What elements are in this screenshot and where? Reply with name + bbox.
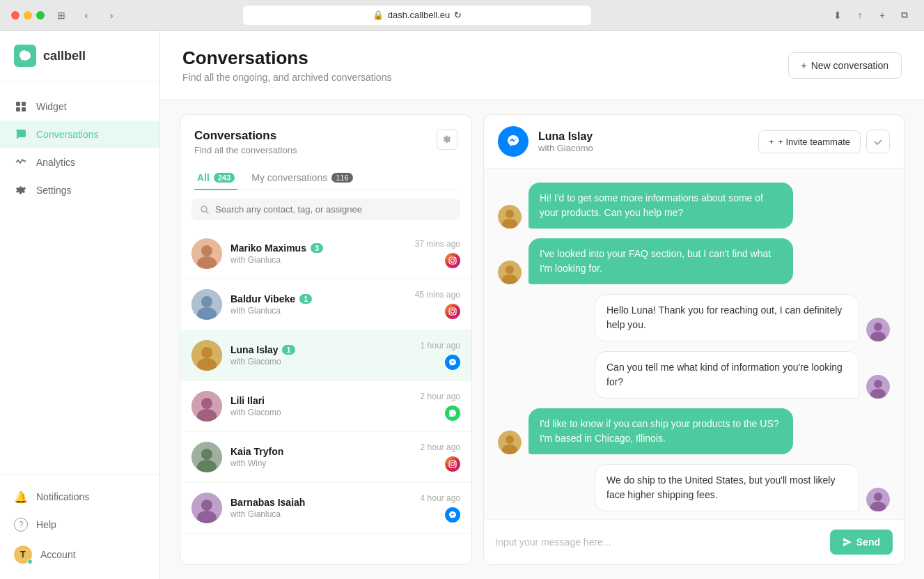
conv-panel-tabs: All 243 My conversations 116 <box>194 167 457 190</box>
svg-point-27 <box>451 463 455 466</box>
share-icon[interactable]: ↑ <box>852 7 868 24</box>
conv-info: Baldur Vibeke 1 with Gianluca <box>230 293 407 316</box>
message-bubble: I've looked into your FAQ section, but I… <box>528 238 793 284</box>
url-text: dash.callbell.eu <box>388 10 451 20</box>
contact-name: Baldur Vibeke <box>230 293 295 304</box>
conv-time: 2 hour ago <box>421 392 460 401</box>
minimize-button[interactable] <box>24 11 32 20</box>
chat-contact-name: Luna Islay <box>538 130 749 143</box>
unread-badge: 3 <box>311 243 323 253</box>
sidebar-item-label-help: Help <box>36 519 56 530</box>
widget-icon <box>14 100 28 114</box>
svg-point-12 <box>201 296 212 307</box>
sidebar-item-help[interactable]: ? Help <box>0 511 159 539</box>
new-conversation-button[interactable]: + New conversation <box>788 52 902 79</box>
message-bubble: I'd like to know if you can ship your pr… <box>528 408 793 454</box>
sidebar-item-account[interactable]: T Account <box>0 539 159 571</box>
whatsapp-icon <box>445 406 460 421</box>
conv-meta: 45 mins ago <box>415 290 460 319</box>
message-bubble: Can you tell me what kind of information… <box>595 351 859 399</box>
conv-info: Luna Islay 1 with Giacomo <box>230 344 412 366</box>
lock-icon: 🔒 <box>373 10 384 20</box>
sidebar-item-settings[interactable]: Settings <box>0 176 159 204</box>
settings-gear-button[interactable] <box>437 129 457 150</box>
assignee-label: with Winy <box>230 458 412 468</box>
app: callbell Widget Conversations Analytics <box>0 0 924 579</box>
maximize-button[interactable] <box>36 11 45 20</box>
sidebar-item-notifications[interactable]: 🔔 Notifications <box>0 483 159 511</box>
sidebar-bottom: 🔔 Notifications ? Help T Account <box>0 474 159 579</box>
svg-rect-1 <box>22 102 26 106</box>
list-item[interactable]: Baldur Vibeke 1 with Gianluca 45 mins ag… <box>180 279 471 330</box>
conv-info: Lili Ilari with Giacomo <box>230 395 412 417</box>
sidebar-nav: Widget Conversations Analytics Settings <box>0 82 159 474</box>
page-subtitle: Find all the ongoing, and archived conve… <box>182 72 391 83</box>
tabs-icon[interactable]: ⧉ <box>896 7 913 24</box>
svg-point-21 <box>201 398 212 409</box>
sidebar-logo: callbell <box>0 31 159 82</box>
invite-teammate-button[interactable]: + + Invite teammate <box>758 130 861 153</box>
new-tab-icon[interactable]: + <box>874 7 891 24</box>
sender-avatar <box>498 261 522 284</box>
svg-rect-3 <box>22 107 26 111</box>
back-button[interactable]: ‹ <box>78 7 95 24</box>
tab-my-conversations[interactable]: My conversations 116 <box>249 167 355 190</box>
traffic-lights <box>11 11 45 20</box>
message-bubble: Hello Luna! Thank you for reaching out, … <box>595 294 859 341</box>
sidebar-item-conversations[interactable]: Conversations <box>0 121 159 148</box>
svg-point-6 <box>201 245 212 256</box>
check-button[interactable] <box>866 130 890 153</box>
messenger-channel-icon <box>498 126 528 157</box>
send-button[interactable]: Send <box>830 530 893 555</box>
search-input-wrap[interactable] <box>191 199 460 220</box>
avatar <box>191 340 222 371</box>
assignee-label: with Gianluca <box>230 255 407 265</box>
tab-my-label: My conversations <box>251 172 327 183</box>
conv-panel-subtitle: Find all the conversations <box>194 145 297 155</box>
download-icon[interactable]: ⬇ <box>829 7 846 24</box>
list-item[interactable]: Lili Ilari with Giacomo 2 hour ago <box>180 381 471 432</box>
assignee-label: with Gianluca <box>230 306 407 316</box>
sidebar-item-label-notifications: Notifications <box>36 491 89 502</box>
chat-header: Luna Islay with Giacomo + + Invite teamm… <box>484 115 904 169</box>
svg-point-10 <box>454 258 455 259</box>
plus-icon: + <box>801 60 807 71</box>
sidebar-item-widget[interactable]: Widget <box>0 93 159 121</box>
sidebar-item-analytics[interactable]: Analytics <box>0 148 159 176</box>
conv-meta: 4 hour ago <box>421 493 460 523</box>
message-input[interactable] <box>495 536 823 548</box>
list-item[interactable]: Kaia Tryfon with Winy 2 hour ago <box>180 432 471 483</box>
sidebar-item-label-conversations: Conversations <box>36 129 99 140</box>
search-input[interactable] <box>215 204 452 215</box>
contact-name: Lili Ilari <box>230 395 265 406</box>
account-avatar: T <box>14 546 32 564</box>
conversations-panel: Conversations Find all the conversations… <box>180 114 472 565</box>
send-label: Send <box>856 536 880 548</box>
list-item[interactable]: Luna Islay 1 with Giacomo 1 hour ago <box>180 330 471 381</box>
close-button[interactable] <box>11 11 19 20</box>
svg-point-48 <box>874 493 882 501</box>
sender-avatar <box>498 205 522 229</box>
chat-contact-info: Luna Islay with Giacomo <box>538 130 749 153</box>
chat-messages: Hi! I'd to get some more informations ab… <box>484 169 904 519</box>
conv-time: 45 mins ago <box>415 290 460 300</box>
address-bar[interactable]: 🔒 dash.callbell.eu ↻ <box>243 6 591 25</box>
svg-point-30 <box>201 500 212 511</box>
forward-button[interactable]: › <box>103 7 120 24</box>
tab-all[interactable]: All 243 <box>194 167 237 190</box>
contact-name: Mariko Maximus <box>230 242 306 254</box>
refresh-icon: ↻ <box>454 10 462 20</box>
conv-meta: 1 hour ago <box>421 341 460 370</box>
sidebar-toggle[interactable]: ⊞ <box>53 7 70 24</box>
list-item[interactable]: Barnabas Isaiah with Gianluca 4 hour ago <box>180 483 471 534</box>
tab-all-badge: 243 <box>214 173 235 183</box>
message-row: Hi! I'd to get some more informations ab… <box>498 183 890 229</box>
message-row: Can you tell me what kind of information… <box>498 351 890 399</box>
conv-time: 2 hour ago <box>421 442 460 452</box>
svg-point-24 <box>201 449 212 460</box>
agent-avatar <box>866 375 890 399</box>
list-item[interactable]: Mariko Maximus 3 with Gianluca 37 mins a… <box>180 229 471 279</box>
sidebar-item-label-widget: Widget <box>36 101 67 112</box>
bell-icon: 🔔 <box>14 490 28 504</box>
avatar <box>191 391 222 422</box>
